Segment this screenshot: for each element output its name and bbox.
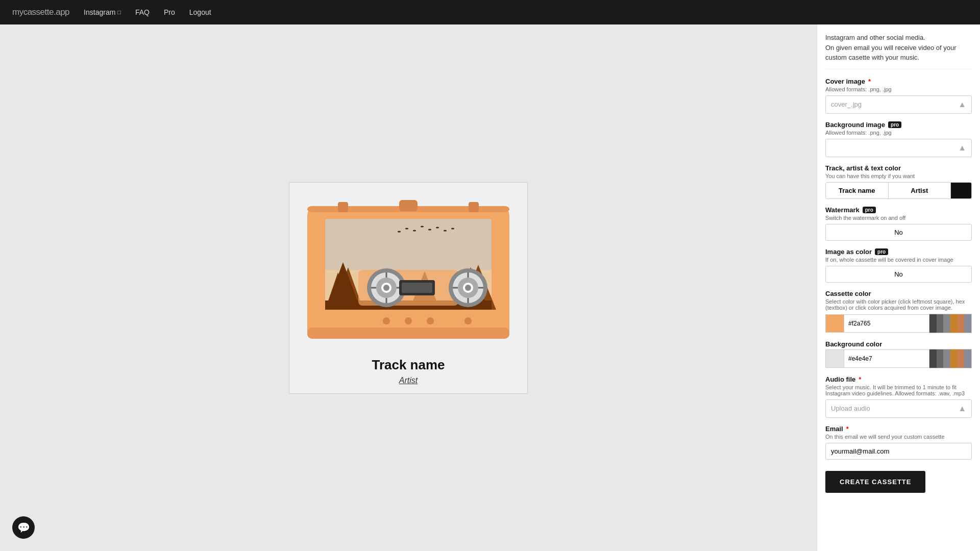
svg-point-13 xyxy=(428,229,431,230)
preview-panel: Track name Artist xyxy=(0,24,817,551)
svg-point-11 xyxy=(413,230,416,231)
cassette-swatch-2[interactable] xyxy=(937,314,944,333)
cover-image-placeholder: cover_.jpg xyxy=(831,101,862,108)
track-name-btn[interactable]: Track name xyxy=(826,183,889,198)
svg-point-42 xyxy=(465,285,471,291)
cover-image-group: Cover image * Allowed formats: .png, .jp… xyxy=(825,78,972,114)
watermark-hint: Switch the watermark on and off xyxy=(825,215,972,221)
track-artist-color-row: Track name Artist xyxy=(825,182,972,199)
bg-image-hint: Allowed formats: .png, .jpg xyxy=(825,130,972,136)
image-as-color-hint: If on, whole cassette will be covered in… xyxy=(825,257,972,263)
svg-point-50 xyxy=(464,317,472,324)
svg-point-10 xyxy=(405,228,408,229)
svg-point-16 xyxy=(451,228,454,229)
image-as-color-group: Image as color pro If on, whole cassette… xyxy=(825,248,972,283)
track-artist-color-label: Track, artist & text color xyxy=(825,164,972,172)
upload-icon: ▲ xyxy=(958,100,966,109)
svg-point-9 xyxy=(398,231,401,232)
create-cassette-button[interactable]: CREATE CASSETTE xyxy=(825,471,925,493)
cover-image-hint: Allowed formats: .png, .jpg xyxy=(825,86,972,92)
image-as-color-pro-badge: pro xyxy=(875,248,888,255)
nav-logout[interactable]: Logout xyxy=(189,8,211,16)
cassette-hex-input[interactable] xyxy=(844,314,929,333)
watermark-toggle[interactable]: No xyxy=(825,224,972,241)
cassette-wrapper xyxy=(297,191,520,349)
background-image-group: Background image pro Allowed formats: .p… xyxy=(825,121,972,157)
cover-required-star: * xyxy=(868,78,871,85)
svg-point-15 xyxy=(444,230,447,231)
logo-text: mycassette xyxy=(12,7,54,17)
image-as-color-toggle[interactable]: No xyxy=(825,266,972,283)
chat-bubble[interactable]: 💬 xyxy=(12,516,35,539)
background-color-group: Background color xyxy=(825,340,972,368)
external-link-icon: □ xyxy=(117,9,121,15)
cassette-swatch-3[interactable] xyxy=(943,314,950,333)
audio-file-label: Audio file * xyxy=(825,375,972,383)
bg-swatch-5[interactable] xyxy=(958,349,965,368)
track-artist-color-hint: You can have this empty if you want xyxy=(825,173,972,179)
logo-suffix: .app xyxy=(54,7,69,17)
email-input[interactable] xyxy=(825,443,972,460)
cassette-color-swatches xyxy=(929,314,972,333)
chat-icon: 💬 xyxy=(17,521,30,534)
cassette-card: Track name Artist xyxy=(289,182,528,394)
background-color-label: Background color xyxy=(825,340,972,348)
audio-file-input[interactable]: Upload audio ▲ xyxy=(825,399,972,418)
nav-faq[interactable]: FAQ xyxy=(135,8,150,16)
cassette-color-label: Cassette color xyxy=(825,290,972,297)
bg-hex-input[interactable] xyxy=(844,349,929,368)
svg-rect-3 xyxy=(338,202,348,212)
bg-swatch-2[interactable] xyxy=(937,349,944,368)
bg-color-swatches xyxy=(929,349,972,368)
main-layout: Track name Artist Instagram and other so… xyxy=(0,24,980,551)
background-image-label: Background image pro xyxy=(825,121,972,129)
svg-point-49 xyxy=(427,317,434,324)
svg-point-31 xyxy=(383,285,389,291)
cassette-color-group: Cassette color Select color with color p… xyxy=(825,290,972,333)
cassette-swatch-1[interactable] xyxy=(929,314,937,333)
bg-image-input[interactable]: ▲ xyxy=(825,139,972,157)
cassette-color-hint: Select color with color picker (click le… xyxy=(825,298,972,311)
artist-preview: Artist xyxy=(399,376,418,385)
email-hint: On this email we will send your custom c… xyxy=(825,434,972,440)
svg-point-48 xyxy=(405,317,412,324)
svg-rect-5 xyxy=(469,202,479,212)
audio-upload-icon: ▲ xyxy=(958,404,966,413)
svg-point-47 xyxy=(383,317,390,324)
bg-swatch-3[interactable] xyxy=(943,349,950,368)
audio-required-star: * xyxy=(859,375,861,383)
bg-swatch-4[interactable] xyxy=(950,349,958,368)
watermark-pro-badge: pro xyxy=(863,207,876,213)
bg-color-main-swatch[interactable] xyxy=(825,349,844,368)
panel-intro: Instagram and other social media. On giv… xyxy=(825,33,972,69)
bg-upload-icon: ▲ xyxy=(958,143,966,153)
bg-swatch-1[interactable] xyxy=(929,349,937,368)
text-color-swatch[interactable] xyxy=(951,183,971,198)
nav-instagram[interactable]: Instagram □ xyxy=(84,8,121,16)
svg-rect-4 xyxy=(399,200,418,211)
svg-rect-8 xyxy=(325,219,492,270)
bg-pro-badge: pro xyxy=(888,121,901,128)
nav-pro[interactable]: Pro xyxy=(164,8,175,16)
email-required-star: * xyxy=(846,425,849,433)
email-group: Email * On this email we will send your … xyxy=(825,425,972,460)
email-label: Email * xyxy=(825,425,972,433)
navbar: mycassette.app Instagram □ FAQ Pro Logou… xyxy=(0,0,980,24)
cassette-swatch-5[interactable] xyxy=(958,314,965,333)
cassette-color-main-swatch[interactable] xyxy=(825,314,844,333)
cassette-swatch-6[interactable] xyxy=(964,314,971,333)
bg-swatch-6[interactable] xyxy=(964,349,971,368)
nav-logo: mycassette.app xyxy=(12,7,69,17)
right-panel: Instagram and other social media. On giv… xyxy=(817,24,980,551)
svg-point-12 xyxy=(421,226,424,227)
bg-color-picker-row xyxy=(825,349,972,368)
svg-rect-37 xyxy=(402,283,432,293)
audio-file-group: Audio file * Select your music. It will … xyxy=(825,375,972,418)
audio-file-hint: Select your music. It will be trimmed to… xyxy=(825,384,972,396)
cover-image-label: Cover image * xyxy=(825,78,972,85)
cassette-swatch-4[interactable] xyxy=(950,314,958,333)
artist-btn[interactable]: Artist xyxy=(889,183,951,198)
cover-image-input[interactable]: cover_.jpg ▲ xyxy=(825,95,972,114)
track-name-preview: Track name xyxy=(372,357,445,373)
watermark-label: Watermark pro xyxy=(825,206,972,214)
